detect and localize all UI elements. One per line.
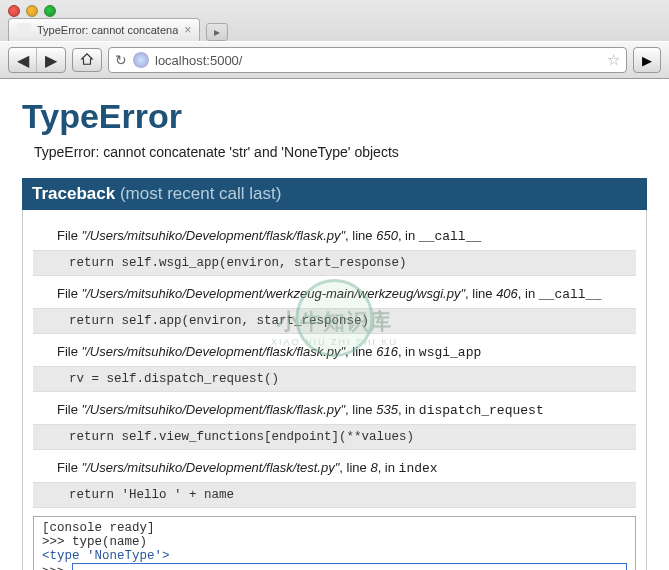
page-content[interactable]: 小牛知识库 XIAO NIU ZHI SHI KU TypeError Type… bbox=[0, 79, 669, 570]
console-input[interactable] bbox=[72, 563, 627, 570]
console-ready-line: [console ready] bbox=[42, 521, 627, 535]
tab-title: TypeError: cannot concatena bbox=[37, 24, 178, 36]
console-history-line: >>> type(name) bbox=[42, 535, 627, 549]
home-icon bbox=[80, 52, 94, 69]
traceback-frame[interactable]: File "/Users/mitsuhiko/Development/flask… bbox=[23, 400, 646, 450]
frame-code-line[interactable]: return self.app(environ, start_response) bbox=[33, 308, 636, 334]
new-tab-button[interactable]: ▸ bbox=[206, 23, 228, 41]
frame-code-line[interactable]: rv = self.dispatch_request() bbox=[33, 366, 636, 392]
tab-strip: TypeError: cannot concatena × ▸ bbox=[0, 18, 669, 41]
console-input-row: >>> bbox=[42, 563, 627, 570]
traceback-header-note: (most recent call last) bbox=[120, 184, 282, 203]
traceback-frame[interactable]: File "/Users/mitsuhiko/Development/flask… bbox=[23, 342, 646, 392]
frame-location: File "/Users/mitsuhiko/Development/flask… bbox=[33, 226, 636, 248]
traffic-lights bbox=[8, 5, 56, 17]
frame-code-line[interactable]: return self.wsgi_app(environ, start_resp… bbox=[33, 250, 636, 276]
exception-message: TypeError: cannot concatenate 'str' and … bbox=[34, 144, 647, 160]
url-input[interactable] bbox=[155, 53, 601, 68]
traceback-header-label: Traceback bbox=[32, 184, 115, 203]
play-icon: ▶ bbox=[642, 53, 652, 68]
arrow-right-icon: ▶ bbox=[45, 51, 57, 70]
nav-button-group: ◀ ▶ bbox=[8, 47, 66, 73]
toolbar: ◀ ▶ ↻ ☆ ▶ bbox=[0, 41, 669, 78]
frame-code-line[interactable]: return 'Hello ' + name bbox=[33, 482, 636, 508]
go-button[interactable]: ▶ bbox=[633, 47, 661, 73]
address-bar[interactable]: ↻ ☆ bbox=[108, 47, 627, 73]
zoom-window-button[interactable] bbox=[44, 5, 56, 17]
console-output-line: <type 'NoneType'> bbox=[42, 549, 627, 563]
minimize-window-button[interactable] bbox=[26, 5, 38, 17]
traceback-body: File "/Users/mitsuhiko/Development/flask… bbox=[22, 210, 647, 570]
traceback-frame[interactable]: File "/Users/mitsuhiko/Development/flask… bbox=[23, 226, 646, 276]
frame-location: File "/Users/mitsuhiko/Development/flask… bbox=[33, 400, 636, 422]
back-button[interactable]: ◀ bbox=[9, 48, 37, 72]
close-tab-icon[interactable]: × bbox=[184, 23, 191, 37]
frame-code-line[interactable]: return self.view_functions[endpoint](**v… bbox=[33, 424, 636, 450]
traceback-header: Traceback (most recent call last) bbox=[22, 178, 647, 210]
traceback-frame[interactable]: File "/Users/mitsuhiko/Development/flask… bbox=[23, 458, 646, 508]
frame-location: File "/Users/mitsuhiko/Development/flask… bbox=[33, 342, 636, 364]
browser-tab-current[interactable]: TypeError: cannot concatena × bbox=[8, 18, 200, 41]
bookmark-star-icon[interactable]: ☆ bbox=[607, 51, 620, 69]
forward-button[interactable]: ▶ bbox=[37, 48, 65, 72]
arrow-left-icon: ◀ bbox=[17, 51, 29, 70]
browser-chrome: TypeError: cannot concatena × ▸ ◀ ▶ ↻ ☆ … bbox=[0, 0, 669, 79]
traceback-frame[interactable]: File "/Users/mitsuhiko/Development/werkz… bbox=[23, 284, 646, 334]
frame-location: File "/Users/mitsuhiko/Development/werkz… bbox=[33, 284, 636, 306]
globe-icon bbox=[133, 52, 149, 68]
close-window-button[interactable] bbox=[8, 5, 20, 17]
favicon bbox=[17, 23, 31, 37]
frame-location: File "/Users/mitsuhiko/Development/flask… bbox=[33, 458, 636, 480]
home-button[interactable] bbox=[72, 48, 102, 72]
debug-console[interactable]: [console ready] >>> type(name) <type 'No… bbox=[33, 516, 636, 570]
console-prompt: >>> bbox=[42, 565, 72, 570]
exception-type-heading: TypeError bbox=[22, 97, 647, 136]
reload-icon[interactable]: ↻ bbox=[115, 52, 127, 68]
